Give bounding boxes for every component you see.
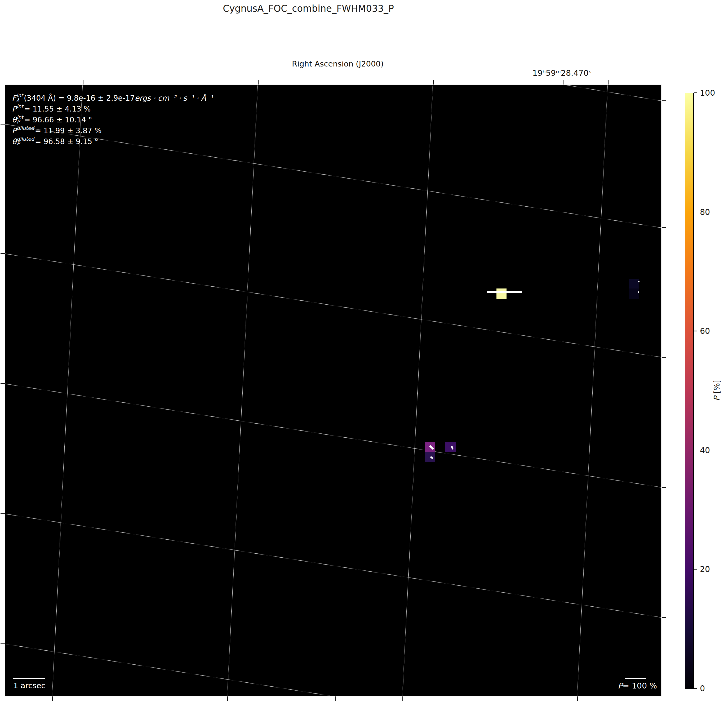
figure-title: CygnusA_FOC_combine_FWHM033_P <box>223 3 394 14</box>
colorbar-tick-label: 60 <box>700 326 710 336</box>
axis-tick-top <box>608 80 608 85</box>
colorbar-tick-label: 80 <box>700 207 710 217</box>
axis-tick-left <box>0 124 5 124</box>
gridline-ra <box>402 85 433 696</box>
colorbar-label: P [%] <box>712 380 721 401</box>
axis-tick-right <box>662 617 666 618</box>
polarization-vector <box>487 291 522 293</box>
axis-tick-left <box>0 643 5 644</box>
annotation-p-diluted: Pdiluted = 11.99 ± 3.87 % <box>12 126 213 137</box>
data-square <box>629 289 639 299</box>
axis-tick-left <box>0 253 5 254</box>
gridline-dec <box>5 254 662 358</box>
figure-canvas: CygnusA_FOC_combine_FWHM033_P Right Asce… <box>0 0 728 702</box>
polarization-reference-label: P= 100 % <box>618 681 657 690</box>
axis-tick-bottom <box>52 696 53 701</box>
flux-annotation: Fintλ(3404 Å) = 9.8e-16 ± 2.9e-17 ergs ·… <box>12 94 213 148</box>
polarization-reference-line <box>625 678 646 679</box>
axis-tick-left <box>0 383 5 384</box>
colorbar-tick <box>694 688 697 689</box>
annotation-p-int: Pint = 11.55 ± 4.13 % <box>12 105 213 116</box>
axis-tick-right <box>662 100 666 101</box>
axis-tick-left <box>0 513 5 514</box>
colorbar-tick <box>694 569 697 569</box>
annotation-flux: Fintλ(3404 Å) = 9.8e-16 ± 2.9e-17 ergs ·… <box>12 94 213 105</box>
polarization-vector <box>638 292 639 293</box>
axis-tick-right <box>662 487 666 488</box>
gridline-ra <box>577 85 608 696</box>
x-axis-tick-label: 19ʰ59ᵐ28.470ˢ <box>533 68 592 78</box>
colorbar-tick-label: 20 <box>700 565 710 574</box>
colorbar-tick-label: 0 <box>700 684 705 693</box>
axis-tick-bottom <box>335 696 336 701</box>
data-square <box>445 442 456 452</box>
polarization-vector <box>638 281 640 282</box>
colorbar-tick <box>694 212 697 212</box>
axis-tick-bottom <box>227 696 228 701</box>
gridline-ra <box>52 85 83 696</box>
gridline-dec <box>5 514 662 618</box>
x-axis-label: Right Ascension (J2000) <box>292 59 384 68</box>
axis-tick-top <box>433 80 434 85</box>
axis-tick-top <box>258 80 259 85</box>
gridline-dec <box>5 384 662 488</box>
colorbar-tick-label: 40 <box>700 445 710 455</box>
gridline-ra <box>227 85 258 696</box>
axis-tick-bottom <box>402 696 403 701</box>
axis-tick-top <box>83 80 84 85</box>
data-square <box>629 279 639 289</box>
axis-tick-top <box>563 80 563 85</box>
data-square <box>497 289 507 299</box>
gridline-dec <box>563 85 662 101</box>
colorbar-tick <box>694 331 697 331</box>
colorbar-tick <box>694 92 697 93</box>
sky-map-plot: Fintλ(3404 Å) = 9.8e-16 ± 2.9e-17 ergs ·… <box>5 85 662 696</box>
scalebar-line <box>13 678 45 679</box>
colorbar <box>685 93 694 689</box>
axis-tick-right <box>662 227 666 228</box>
colorbar-tick-label: 100 <box>700 88 715 97</box>
axis-tick-bottom <box>577 696 578 701</box>
axis-tick-right <box>662 357 666 358</box>
scalebar-label: 1 arcsec <box>13 681 46 690</box>
annotation-theta-diluted: θdilutedP = 96.58 ± 9.15 ° <box>12 137 213 148</box>
colorbar-tick <box>694 450 697 451</box>
gridline-dec <box>5 644 336 696</box>
annotation-theta-int: θintP = 96.66 ± 10.14 ° <box>12 116 213 126</box>
